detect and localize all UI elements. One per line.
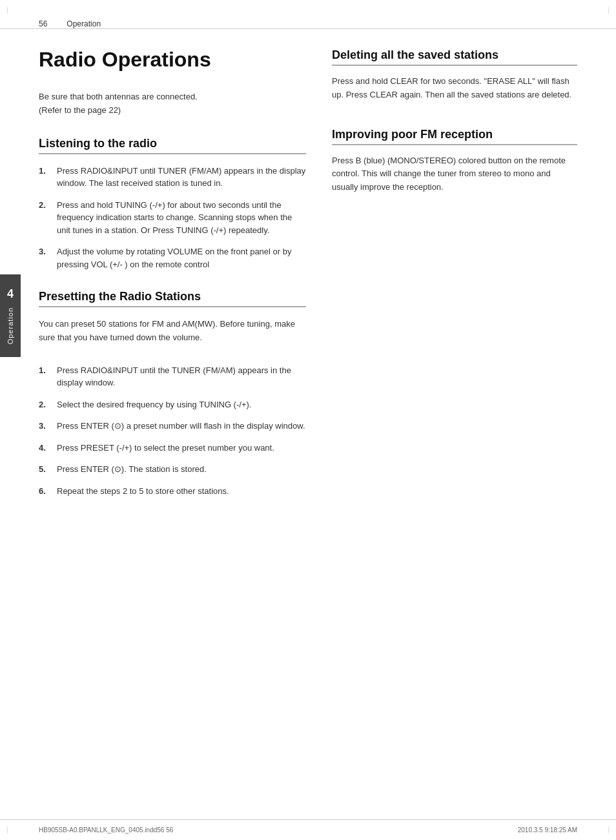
intro-text: Be sure that both antennas are connected… <box>39 90 306 118</box>
list-number: 3. <box>39 245 52 271</box>
deleting-section: Deleting all the saved stations Press an… <box>332 48 577 102</box>
presetting-intro: You can preset 50 stations for FM and AM… <box>39 318 306 345</box>
page: | | | | 56 Operation 4 Operation Radio O… <box>0 0 616 840</box>
list-text: Adjust the volume by rotating VOLUME on … <box>57 245 306 271</box>
listening-heading: Listening to the radio <box>39 137 306 154</box>
improving-section: Improving poor FM reception Press B (blu… <box>332 128 577 194</box>
left-column: Radio Operations Be sure that both anten… <box>39 48 306 819</box>
list-number: 1. <box>39 165 52 190</box>
corner-mark-bl: | <box>6 826 8 834</box>
list-text: Repeat the steps 2 to 5 to store other s… <box>57 485 306 498</box>
list-number: 4. <box>39 442 52 455</box>
page-footer: HB905SB-A0.BPANLLK_ENG_0405.indd56 56 20… <box>0 819 616 840</box>
list-text: Press ENTER (⊙) a preset number will fla… <box>57 420 306 433</box>
page-number: 56 <box>39 19 47 28</box>
list-number: 6. <box>39 485 52 498</box>
deleting-heading: Deleting all the saved stations <box>332 48 577 66</box>
presetting-list: 1. Press RADIO&INPUT until the TUNER (FM… <box>39 364 306 498</box>
list-item: 4. Press PRESET (-/+) to select the pres… <box>39 442 306 455</box>
corner-mark-tr: | <box>608 6 610 14</box>
improving-text: Press B (blue) (MONO/STEREO) colored but… <box>332 154 577 194</box>
list-text: Select the desired frequency by using TU… <box>57 398 306 411</box>
footer-file: HB905SB-A0.BPANLLK_ENG_0405.indd56 56 <box>39 826 173 834</box>
list-item: 2. Select the desired frequency by using… <box>39 398 306 411</box>
list-text: Press RADIO&INPUT until the TUNER (FM/AM… <box>57 364 306 389</box>
list-number: 3. <box>39 420 52 433</box>
list-item: 3. Press ENTER (⊙) a preset number will … <box>39 420 306 433</box>
corner-mark-tl: | <box>6 6 8 14</box>
list-number: 5. <box>39 463 52 476</box>
page-content: 4 Operation Radio Operations Be sure tha… <box>0 29 616 819</box>
side-tab-number: 4 <box>7 287 14 301</box>
page-section-label: Operation <box>67 19 101 28</box>
list-text: Press PRESET (-/+) to select the preset … <box>57 442 306 455</box>
improving-heading: Improving poor FM reception <box>332 128 577 145</box>
page-header: 56 Operation <box>0 0 616 29</box>
content-columns: Radio Operations Be sure that both anten… <box>0 48 616 819</box>
corner-mark-br: | <box>608 826 610 834</box>
list-item: 3. Adjust the volume by rotating VOLUME … <box>39 245 306 271</box>
intro-line2: (Refer to the page 22) <box>39 105 121 115</box>
right-column: Deleting all the saved stations Press an… <box>332 48 577 819</box>
presetting-heading: Presetting the Radio Stations <box>39 290 306 307</box>
intro-line1: Be sure that both antennas are connected… <box>39 92 198 101</box>
deleting-text: Press and hold CLEAR for two seconds. "E… <box>332 75 577 102</box>
list-number: 2. <box>39 199 52 237</box>
list-item: 5. Press ENTER (⊙). The station is store… <box>39 463 306 476</box>
page-title: Radio Operations <box>39 48 306 71</box>
footer-date: 2010.3.5 9:18:25 AM <box>518 826 577 834</box>
list-item: 2. Press and hold TUNING (-/+) for about… <box>39 199 306 237</box>
list-number: 2. <box>39 398 52 411</box>
list-item: 6. Repeat the steps 2 to 5 to store othe… <box>39 485 306 498</box>
list-item: 1. Press RADIO&INPUT until TUNER (FM/AM)… <box>39 165 306 190</box>
list-text: Press ENTER (⊙). The station is stored. <box>57 463 306 476</box>
listening-list: 1. Press RADIO&INPUT until TUNER (FM/AM)… <box>39 165 306 271</box>
list-text: Press and hold TUNING (-/+) for about tw… <box>57 199 306 237</box>
side-tab: 4 Operation <box>0 274 21 357</box>
list-text: Press RADIO&INPUT until TUNER (FM/AM) ap… <box>57 165 306 190</box>
side-tab-label: Operation <box>6 307 14 344</box>
list-number: 1. <box>39 364 52 389</box>
list-item: 1. Press RADIO&INPUT until the TUNER (FM… <box>39 364 306 389</box>
